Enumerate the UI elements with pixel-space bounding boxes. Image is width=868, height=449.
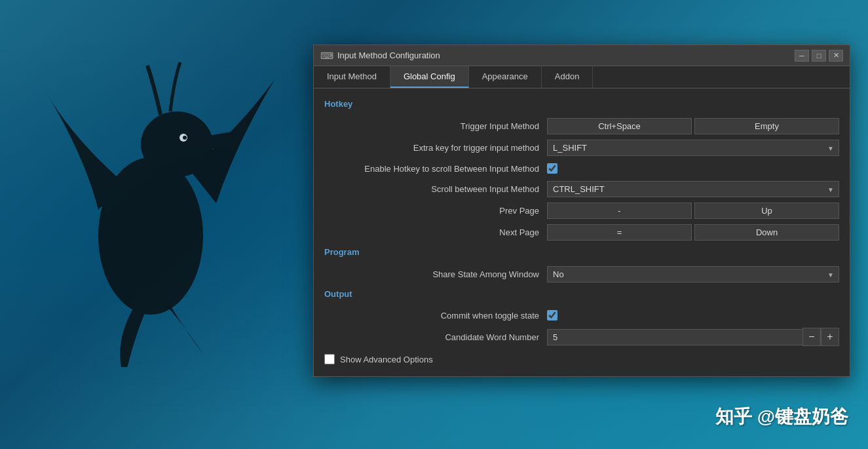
enable-hotkey-label: Enable Hotkey to scroll Between Input Me… [324,164,547,174]
extra-key-select-wrapper: L_SHIFT R_SHIFT None [547,140,839,156]
title-bar-controls: ─ □ ✕ [795,50,843,62]
title-bar-left: ⌨ Input Method Configuration [320,50,440,61]
close-button[interactable]: ✕ [829,50,843,62]
scroll-select[interactable]: CTRL_SHIFT ALT_SHIFT None [547,181,839,197]
share-state-row: Share State Among Window No Yes Independ… [314,264,850,285]
extra-key-row: Extra key for trigger input method L_SHI… [314,137,850,159]
title-bar: ⌨ Input Method Configuration ─ □ ✕ [314,45,850,66]
next-page-control: = Down [547,224,839,241]
enable-hotkey-checkbox[interactable] [547,163,557,174]
watermark: 知乎 @键盘奶爸 [715,404,848,429]
next-page-label: Next Page [324,227,547,237]
next-page-key-2-button[interactable]: Down [694,224,839,241]
share-state-select[interactable]: No Yes Independent [547,266,839,283]
prev-page-row: Prev Page - Up [314,200,850,222]
commit-toggle-label: Commit when toggle state [324,311,547,321]
commit-toggle-control [547,310,839,321]
trigger-key-2-button[interactable]: Empty [694,118,839,134]
tab-input-method[interactable]: Input Method [314,66,390,88]
extra-key-control: L_SHIFT R_SHIFT None [547,140,839,156]
advanced-options-row: Show Advanced Options [314,349,850,370]
trigger-input-method-label: Trigger Input Method [324,121,547,131]
prev-page-key-1-button[interactable]: - [547,203,692,219]
hotkey-section-header: Hotkey [314,95,850,113]
main-window: ⌨ Input Method Configuration ─ □ ✕ Input… [313,45,850,377]
minimize-button[interactable]: ─ [795,50,809,62]
window-title: Input Method Configuration [337,50,440,60]
kali-logo [33,39,282,367]
share-state-select-wrapper: No Yes Independent [547,266,839,283]
content-area: Hotkey Trigger Input Method Ctrl+Space E… [314,88,850,376]
enable-hotkey-row: Enable Hotkey to scroll Between Input Me… [314,159,850,178]
prev-page-control: - Up [547,203,839,219]
share-state-label: Share State Among Window [324,269,547,279]
extra-key-label: Extra key for trigger input method [324,143,547,153]
trigger-key-1-button[interactable]: Ctrl+Space [547,118,692,134]
next-page-key-1-button[interactable]: = [547,224,692,241]
candidate-word-control: − + [547,328,839,346]
prev-page-label: Prev Page [324,206,547,216]
candidate-word-input[interactable] [547,329,802,345]
candidate-word-decrease-button[interactable]: − [802,328,821,346]
program-section-header: Program [314,243,850,261]
scroll-input-method-label: Scroll between Input Method [324,184,547,194]
trigger-input-method-row: Trigger Input Method Ctrl+Space Empty [314,115,850,137]
svg-point-4 [183,136,187,140]
advanced-options-checkbox[interactable] [324,354,335,364]
tab-bar: Input Method Global Config Appearance Ad… [314,66,850,88]
candidate-word-number-control: − + [547,328,839,346]
tab-global-config[interactable]: Global Config [390,66,469,88]
enable-hotkey-control [547,163,839,174]
scroll-select-wrapper: CTRL_SHIFT ALT_SHIFT None [547,181,839,197]
trigger-input-method-control: Ctrl+Space Empty [547,118,839,134]
output-section-header: Output [314,285,850,303]
extra-key-select[interactable]: L_SHIFT R_SHIFT None [547,140,839,156]
prev-page-key-2-button[interactable]: Up [694,203,839,219]
tab-appearance[interactable]: Appearance [469,66,542,88]
window-icon: ⌨ [320,50,333,61]
maximize-button[interactable]: □ [812,50,826,62]
commit-toggle-row: Commit when toggle state [314,305,850,325]
scroll-input-method-control: CTRL_SHIFT ALT_SHIFT None [547,181,839,197]
candidate-word-row: Candidate Word Number − + [314,325,850,349]
candidate-word-label: Candidate Word Number [324,332,547,342]
advanced-options-label[interactable]: Show Advanced Options [340,355,433,364]
commit-toggle-checkbox[interactable] [547,310,557,321]
scroll-input-method-row: Scroll between Input Method CTRL_SHIFT A… [314,178,850,200]
share-state-control: No Yes Independent [547,266,839,283]
candidate-word-increase-button[interactable]: + [821,328,839,346]
next-page-row: Next Page = Down [314,222,850,243]
tab-addon[interactable]: Addon [542,66,594,88]
